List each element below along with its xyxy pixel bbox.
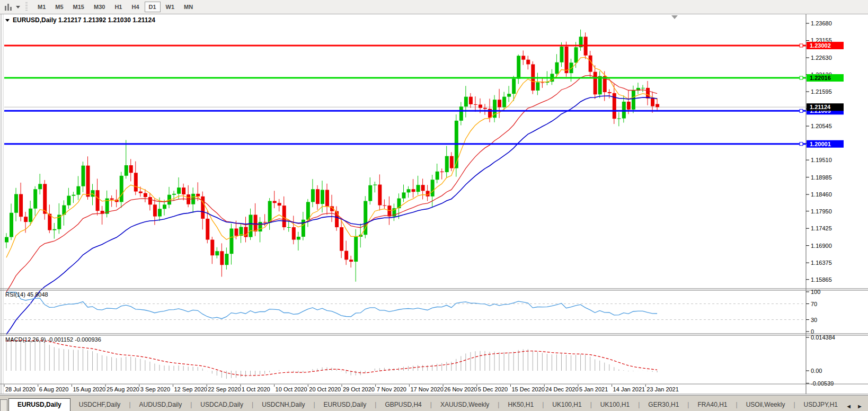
candle-body <box>229 228 233 254</box>
candle-body <box>536 82 539 90</box>
candle-body <box>24 217 28 222</box>
chart-tab-10[interactable]: UK100,H1 <box>592 399 638 411</box>
candle-body <box>225 254 228 265</box>
chart-tab-13[interactable]: USOil,Weekly <box>738 399 794 411</box>
price-axis-label: 1.15865 <box>811 276 832 283</box>
candle-body <box>632 91 635 110</box>
date-axis-label: 29 Oct 2020 <box>343 386 375 392</box>
candle-body <box>656 104 659 107</box>
chart-tab-6[interactable]: GBPUSD,H4 <box>376 399 430 411</box>
candle-body <box>10 213 13 237</box>
candle-body <box>464 97 468 107</box>
candle-body <box>555 62 559 74</box>
candle-body <box>72 195 75 196</box>
timeframe-button-h1[interactable]: H1 <box>110 2 126 12</box>
candle-body <box>502 97 506 108</box>
candle-body <box>407 189 411 192</box>
candle-body <box>14 194 18 212</box>
price-axis-label: 1.18460 <box>811 191 832 198</box>
candle-body <box>387 206 391 216</box>
candle-body <box>254 215 258 231</box>
price-axis-label: 1.23680 <box>811 20 832 26</box>
level-line-handle <box>800 76 803 79</box>
chart-tab-5[interactable]: EURUSD,Daily <box>315 399 375 411</box>
timeframe-button-d1[interactable]: D1 <box>145 2 161 12</box>
candle-body <box>220 251 224 265</box>
level-line-handle <box>800 142 803 146</box>
timeframe-button-h4[interactable]: H4 <box>127 2 143 12</box>
chart-tab-0[interactable]: EURUSD,Daily <box>8 398 70 411</box>
candle-body <box>474 104 477 105</box>
tab-stub <box>0 399 7 411</box>
timeframe-buttons: M1M5M15M30H1H4D1W1MN <box>33 2 198 12</box>
candle-body <box>52 229 56 230</box>
date-axis-label: 7 Nov 2020 <box>377 386 406 392</box>
candle-body <box>498 100 501 107</box>
timeframe-button-w1[interactable]: W1 <box>162 2 179 12</box>
chart-tab-1[interactable]: USDCHF,Daily <box>70 399 129 411</box>
date-axis-label: 22 Sep 2020 <box>208 386 241 392</box>
rsi-axis-label: 30 <box>811 317 817 323</box>
candle-body <box>19 194 23 217</box>
candle-body <box>512 79 516 94</box>
candle-body <box>594 72 597 95</box>
chart-tab-7[interactable]: XAUUSD,Weekly <box>432 399 498 411</box>
candle-body <box>297 237 300 240</box>
chart-tab-bar: EURUSD,DailyUSDCHF,Daily|AUDUSD,Daily|US… <box>0 395 868 411</box>
tab-scroll-controls: ◄ ► <box>843 403 868 411</box>
timeframe-button-m15[interactable]: M15 <box>69 2 88 12</box>
candle-body <box>244 227 248 237</box>
symbol-dropdown-icon[interactable] <box>5 19 10 22</box>
candle-body <box>402 192 405 198</box>
chart-type-icon[interactable] <box>4 3 13 11</box>
timeframe-button-m30[interactable]: M30 <box>90 2 109 12</box>
date-axis-label: 1 Oct 2020 <box>242 386 270 392</box>
chart-tab-14[interactable]: USDJPY,H1 <box>795 399 843 411</box>
candle-body <box>33 189 37 209</box>
candle-body <box>172 194 176 195</box>
candle-body <box>483 108 487 109</box>
candle-body <box>249 215 253 237</box>
candle-body <box>129 165 133 173</box>
level-price-tag-label: 1.22016 <box>810 75 831 81</box>
candle-body <box>340 227 343 251</box>
candle-body <box>177 187 181 194</box>
candle-body <box>349 260 353 262</box>
timeframe-button-m5[interactable]: M5 <box>51 2 67 12</box>
candle-body <box>526 60 530 65</box>
candle-body <box>259 222 262 231</box>
candle-body <box>445 156 449 172</box>
date-axis-label: 10 Oct 2020 <box>276 386 307 392</box>
candle-body <box>287 227 291 228</box>
chart-tab-12[interactable]: FRA40,H1 <box>689 399 736 411</box>
price-axis-label: 1.16900 <box>811 243 832 249</box>
candle-body <box>306 202 310 219</box>
chart-tab-3[interactable]: USDCAD,Daily <box>192 399 252 411</box>
chart-tab-11[interactable]: GER30,H1 <box>640 399 687 411</box>
candle-body <box>5 237 8 243</box>
date-axis-label: 15 Dec 2020 <box>512 386 545 392</box>
chart-tab-9[interactable]: UK100,H1 <box>544 399 590 411</box>
chart-tab-8[interactable]: HK50,H1 <box>499 399 542 411</box>
candle-body <box>273 201 277 203</box>
candle-body <box>81 166 85 186</box>
timeframe-button-mn[interactable]: MN <box>180 2 197 12</box>
tab-scroll-left-icon[interactable]: ◄ <box>846 403 852 409</box>
candle-body <box>158 209 162 216</box>
date-axis-label: 23 Jan 2021 <box>646 386 679 392</box>
tab-scroll-right-icon[interactable]: ► <box>857 403 863 409</box>
chevron-down-icon[interactable] <box>16 6 20 8</box>
toolbar-drag-handle[interactable] <box>25 2 28 12</box>
chart-tab-4[interactable]: USDCNH,Daily <box>253 399 313 411</box>
price-axis-label: 1.19510 <box>811 157 832 163</box>
toolbar: M1M5M15M30H1H4D1W1MN <box>0 0 868 14</box>
price-axis-label: 1.17425 <box>811 225 832 231</box>
candle-body <box>560 47 563 62</box>
timeframe-button-m1[interactable]: M1 <box>33 2 50 12</box>
candle-body <box>651 99 654 106</box>
date-axis-label: 14 Jan 2021 <box>613 386 645 392</box>
chart-tab-2[interactable]: AUDUSD,Daily <box>131 399 191 411</box>
current-price-tag-label: 1.21124 <box>810 104 831 110</box>
price-chart-canvas[interactable]: 1.236801.231551.226301.221201.215951.210… <box>0 0 868 411</box>
candle-body <box>378 185 382 206</box>
